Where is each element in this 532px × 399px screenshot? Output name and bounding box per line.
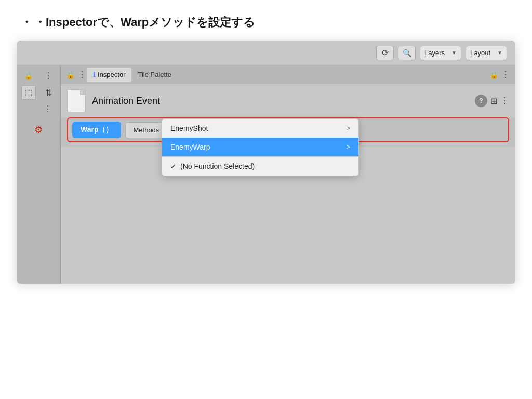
screenshot-container: ⟳ 🔍 Layers ▼ Layout ▼ 🔒 ⋮ ⬚ ⇅	[17, 41, 515, 284]
tab-bar-left: 🔒 ⋮	[66, 71, 87, 79]
header-right-icons: ? ⊞ ⋮	[475, 95, 509, 107]
history-button[interactable]: ⟳	[376, 46, 394, 60]
inspector-panel: 🔒 ⋮ ℹ Inspector Tile Palette 🔒 ⋮	[61, 65, 515, 284]
inspector-info-icon: ℹ	[93, 71, 96, 78]
dropdown-item-no-function-label: (No Function Selected)	[180, 162, 255, 170]
tab-bar-dots-right[interactable]: ⋮	[501, 71, 510, 79]
tab-bar-right: 🔒 ⋮	[489, 71, 510, 79]
tab-bar-dots[interactable]: ⋮	[78, 71, 87, 79]
layout-arrow-icon: ▼	[497, 50, 502, 56]
lock-icon-tab: 🔒	[66, 71, 75, 79]
file-icon	[67, 89, 86, 112]
warp-section: Warp（） Methods > EnemyShot > EnemyWarp	[67, 117, 509, 142]
methods-label: Methods	[133, 126, 159, 134]
layers-label: Layers	[424, 49, 445, 57]
layout-label: Layout	[470, 49, 490, 57]
dropdown-item-enemywarp-label: EnemyWarp	[170, 143, 210, 151]
lock-icon-left: 🔒	[21, 69, 36, 83]
layers-arrow-icon: ▼	[451, 50, 457, 56]
sidebar-dots-2[interactable]: ⋮	[41, 102, 55, 116]
sidebar-mid-row: ⬚ ⇅	[19, 85, 58, 100]
tile-palette-tab-label: Tile Palette	[138, 71, 171, 78]
gear-icon-red[interactable]: ⚙	[31, 123, 46, 137]
check-mark-icon: ✓	[170, 163, 176, 170]
sort-button[interactable]: ⇅	[41, 85, 56, 100]
sidebar-dots-1[interactable]: ⋮	[41, 69, 56, 83]
dropdown-item-enemyshot-label: EnemyShot	[170, 124, 208, 132]
toolbar: ⟳ 🔍 Layers ▼ Layout ▼	[17, 41, 515, 65]
dropdown-item-no-function[interactable]: ✓ (No Function Selected)	[162, 157, 358, 176]
sliders-icon[interactable]: ⊞	[490, 96, 497, 106]
dropdown-item-enemywarp[interactable]: EnemyWarp >	[162, 138, 358, 156]
tab-bar: 🔒 ⋮ ℹ Inspector Tile Palette 🔒 ⋮	[61, 65, 515, 84]
sidebar-top-row: 🔒 ⋮	[19, 69, 58, 83]
tab-tile-palette[interactable]: Tile Palette	[131, 68, 178, 82]
main-area: 🔒 ⋮ ⬚ ⇅ ⋮ ⚙ 🔒 ⋮	[17, 65, 515, 284]
file-icon-fold	[80, 90, 85, 95]
sidebar-dots-row: ⋮	[19, 102, 58, 116]
history-icon: ⟳	[382, 48, 389, 58]
dropdown-item-enemyshot-chevron: >	[347, 125, 350, 132]
inspector-tab-label: Inspector	[98, 71, 125, 78]
search-button[interactable]: 🔍	[398, 46, 416, 60]
warp-button[interactable]: Warp（）	[72, 122, 121, 138]
layers-dropdown[interactable]: Layers ▼	[420, 46, 461, 60]
methods-dropdown-menu: EnemyShot > EnemyWarp > ✓ (No Function S…	[162, 118, 359, 176]
red-border-box: Warp（） Methods > EnemyShot > EnemyWarp	[67, 117, 509, 142]
dropdown-item-enemywarp-chevron: >	[347, 143, 350, 151]
frame-button[interactable]: ⬚	[21, 85, 36, 100]
sidebar-gear-row: ⚙	[19, 123, 58, 137]
animation-event-title: Animation Event	[92, 96, 469, 107]
bullet-point: ・	[21, 16, 32, 29]
layout-dropdown[interactable]: Layout ▼	[466, 46, 507, 60]
search-icon: 🔍	[403, 49, 411, 57]
animation-event-header: Animation Event ? ⊞ ⋮	[61, 84, 515, 117]
left-sidebar: 🔒 ⋮ ⬚ ⇅ ⋮ ⚙	[17, 65, 61, 284]
header-dots[interactable]: ⋮	[500, 97, 509, 105]
tab-inspector[interactable]: ℹ Inspector	[87, 68, 131, 82]
page-title: ・・Inspectorで、Warpメソッドを設定する	[0, 0, 532, 41]
dropdown-item-enemyshot[interactable]: EnemyShot >	[162, 119, 358, 138]
lock-icon-tab-right: 🔒	[489, 71, 498, 79]
help-button[interactable]: ?	[475, 95, 487, 107]
